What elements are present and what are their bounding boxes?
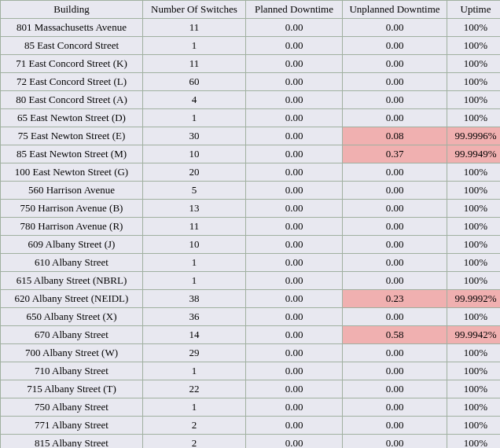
cell-building: 670 Albany Street [1,326,142,343]
cell-building: 710 Albany Street [1,362,142,380]
cell-unplanned-downtime: 0.00 [343,19,447,36]
cell-unplanned-downtime: 0.00 [343,163,447,181]
cell-uptime: 100% [447,37,500,54]
cell-switches: 36 [143,308,245,325]
table-row: 750 Harrison Avenue (B)130.000.00100% [1,200,500,217]
cell-uptime: 100% [447,236,500,253]
table-row: 815 Albany Street20.000.00100% [1,435,500,448]
cell-switches: 5 [143,182,245,199]
cell-building: 80 East Concord Street (A) [1,91,142,108]
cell-unplanned-downtime: 0.00 [343,236,447,253]
cell-switches: 20 [143,163,245,181]
uptime-table: Building Number Of Switches Planned Down… [0,0,500,448]
cell-unplanned-downtime: 0.00 [343,398,447,416]
cell-uptime: 100% [447,182,500,199]
cell-building: 801 Massachusetts Avenue [1,19,142,36]
cell-unplanned-downtime: 0.00 [343,200,447,217]
cell-switches: 14 [143,326,245,343]
cell-switches: 4 [143,91,245,108]
table-row: 715 Albany Street (T)220.000.00100% [1,380,500,398]
cell-unplanned-downtime: 0.00 [343,362,447,380]
cell-switches: 30 [143,127,245,145]
cell-planned-downtime: 0.00 [246,380,342,398]
cell-unplanned-downtime: 0.00 [343,91,447,108]
cell-uptime: 100% [447,398,500,416]
col-planned-downtime: Planned Downtime [246,1,342,18]
table-row: 80 East Concord Street (A)40.000.00100% [1,91,500,108]
cell-switches: 60 [143,73,245,90]
cell-uptime: 100% [447,55,500,72]
cell-planned-downtime: 0.00 [246,326,342,343]
cell-unplanned-downtime: 0.00 [343,55,447,72]
cell-unplanned-downtime: 0.00 [343,182,447,199]
cell-uptime: 100% [447,308,500,325]
table-row: 780 Harrison Avenue (R)110.000.00100% [1,218,500,235]
cell-building: 650 Albany Street (X) [1,308,142,325]
table-row: 670 Albany Street140.000.5899.9942% [1,326,500,343]
cell-uptime: 99.9949% [447,145,500,163]
cell-unplanned-downtime: 0.00 [343,417,447,434]
cell-building: 700 Albany Street (W) [1,344,142,362]
cell-planned-downtime: 0.00 [246,218,342,235]
col-switches: Number Of Switches [143,1,245,18]
cell-building: 780 Harrison Avenue (R) [1,218,142,235]
table-row: 801 Massachusetts Avenue110.000.00100% [1,19,500,36]
cell-building: 771 Albany Street [1,417,142,434]
cell-planned-downtime: 0.00 [246,362,342,380]
table-row: 71 East Concord Street (K)110.000.00100% [1,55,500,72]
cell-switches: 1 [143,109,245,127]
cell-planned-downtime: 0.00 [246,398,342,416]
table-row: 609 Albany Street (J)100.000.00100% [1,236,500,253]
cell-uptime: 99.9942% [447,326,500,343]
cell-building: 610 Albany Street [1,254,142,271]
cell-building: 560 Harrison Avenue [1,182,142,199]
cell-uptime: 100% [447,218,500,235]
cell-building: 85 East Concord Street [1,37,142,54]
cell-planned-downtime: 0.00 [246,163,342,181]
cell-building: 71 East Concord Street (K) [1,55,142,72]
table-row: 75 East Newton Street (E)300.000.0899.99… [1,127,500,145]
cell-uptime: 100% [447,417,500,434]
cell-uptime: 100% [447,19,500,36]
cell-switches: 29 [143,344,245,362]
cell-uptime: 100% [447,254,500,271]
cell-unplanned-downtime: 0.00 [343,435,447,448]
cell-planned-downtime: 0.00 [246,272,342,289]
cell-switches: 1 [143,362,245,380]
cell-planned-downtime: 0.00 [246,55,342,72]
cell-uptime: 100% [447,91,500,108]
cell-planned-downtime: 0.00 [246,290,342,307]
cell-switches: 10 [143,145,245,163]
cell-uptime: 100% [447,109,500,127]
cell-switches: 11 [143,218,245,235]
cell-uptime: 99.9992% [447,290,500,307]
cell-uptime: 100% [447,163,500,181]
cell-building: 615 Albany Street (NBRL) [1,272,142,289]
table-row: 72 East Concord Street (L)600.000.00100% [1,73,500,90]
cell-planned-downtime: 0.00 [246,435,342,448]
cell-switches: 10 [143,236,245,253]
cell-switches: 11 [143,19,245,36]
cell-unplanned-downtime: 0.00 [343,308,447,325]
cell-unplanned-downtime: 0.08 [343,127,447,145]
col-uptime: Uptime [447,1,500,18]
table-row: 710 Albany Street10.000.00100% [1,362,500,380]
cell-uptime: 100% [447,380,500,398]
cell-switches: 13 [143,200,245,217]
cell-switches: 1 [143,398,245,416]
cell-planned-downtime: 0.00 [246,236,342,253]
cell-switches: 2 [143,417,245,434]
cell-building: 65 East Newton Street (D) [1,109,142,127]
table-row: 85 East Newton Street (M)100.000.3799.99… [1,145,500,163]
cell-unplanned-downtime: 0.00 [343,109,447,127]
table-row: 65 East Newton Street (D)10.000.00100% [1,109,500,127]
cell-building: 72 East Concord Street (L) [1,73,142,90]
cell-uptime: 100% [447,344,500,362]
cell-building: 620 Albany Street (NEIDL) [1,290,142,307]
table-row: 560 Harrison Avenue50.000.00100% [1,182,500,199]
cell-switches: 1 [143,254,245,271]
cell-switches: 1 [143,272,245,289]
cell-unplanned-downtime: 0.00 [343,73,447,90]
table-row: 615 Albany Street (NBRL)10.000.00100% [1,272,500,289]
col-building: Building [1,1,142,18]
